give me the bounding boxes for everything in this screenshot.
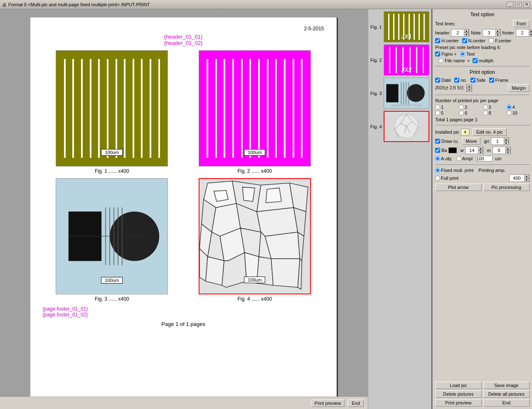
h-center-checkbox[interactable] — [435, 38, 440, 43]
ampl-radio[interactable] — [456, 156, 461, 161]
gri-down[interactable]: ▼ — [504, 141, 509, 145]
radio-3[interactable] — [483, 105, 488, 110]
thumbnail-3[interactable]: Fig. 3 Replace BMP Image — [370, 78, 429, 109]
color-swatch[interactable] — [448, 147, 457, 153]
ampl-radio-label[interactable]: Ampl — [456, 156, 473, 161]
gri-input[interactable] — [491, 138, 504, 144]
date-up[interactable]: ▲ — [467, 84, 472, 88]
w-spinbox[interactable]: ▲ ▼ — [465, 147, 483, 154]
frame-checkbox-label[interactable]: Frame — [489, 78, 509, 83]
delete-pictures-button[interactable]: Delete pictures — [435, 390, 482, 398]
radio-6-label[interactable]: 6 — [459, 110, 482, 115]
aobj-radio-label[interactable]: A.obj — [435, 156, 451, 161]
close-button[interactable]: ✕ — [523, 2, 530, 7]
load-pic-button[interactable]: Load pic — [435, 382, 482, 389]
figure-2-image[interactable]: 100um — [199, 50, 311, 167]
text-radio-label[interactable]: Text — [460, 51, 475, 56]
thumb-3-image[interactable]: Replace BMP Image — [384, 78, 429, 109]
no-checkbox[interactable] — [454, 78, 459, 83]
radio-4[interactable] — [507, 105, 512, 110]
aobj-radio[interactable] — [435, 156, 440, 161]
full-print-label[interactable]: Full print — [435, 176, 458, 181]
ampl-input[interactable] — [476, 156, 493, 162]
figure-4-image[interactable]: 100um — [199, 178, 311, 294]
radio-6[interactable] — [459, 110, 464, 115]
multiph-checkbox[interactable] — [473, 58, 478, 63]
delete-all-button[interactable]: Delete all pictures — [483, 390, 530, 398]
figure-1-image[interactable]: 100um — [56, 50, 168, 167]
printing-amp-spinbox[interactable]: ▲ ▼ — [509, 174, 530, 182]
radio-5[interactable] — [435, 110, 440, 115]
end-button[interactable]: End — [348, 399, 364, 407]
f-center-checkbox[interactable] — [489, 38, 494, 43]
radio-10-label[interactable]: 10 — [507, 110, 530, 115]
header-down[interactable]: ▼ — [464, 33, 469, 37]
no-checkbox-label[interactable]: no. — [454, 78, 467, 83]
pic-processing-button[interactable]: Pic processing — [483, 184, 530, 191]
amp-up[interactable]: ▲ — [524, 174, 529, 178]
header-up[interactable]: ▲ — [464, 29, 469, 33]
note-up[interactable]: ▲ — [495, 29, 500, 33]
draw-ru-checkbox[interactable] — [435, 139, 440, 144]
frame-checkbox[interactable] — [489, 78, 494, 83]
edit-pic-button[interactable]: Edit no. 4 pic — [473, 128, 507, 136]
w-up[interactable]: ▲ — [478, 147, 483, 150]
m-down[interactable]: ▼ — [505, 150, 510, 154]
fixed-mult-radio[interactable] — [435, 168, 440, 173]
radio-2-label[interactable]: 2 — [459, 105, 482, 110]
gri-up[interactable]: ▲ — [504, 137, 509, 141]
amp-down[interactable]: ▼ — [524, 178, 529, 182]
draw-ru-label[interactable]: Draw ru. — [435, 139, 459, 144]
ba-checkbox-label[interactable]: Ba — [435, 148, 447, 153]
maximize-button[interactable]: □ — [515, 2, 522, 7]
footer-down[interactable]: ▼ — [529, 33, 532, 37]
move-button[interactable]: Move — [462, 137, 481, 145]
footer-spinbox[interactable]: ▲ ▼ — [516, 29, 532, 37]
m-spinbox[interactable]: ▲ ▼ — [493, 147, 511, 154]
thumb-2-image[interactable]: JX2 — [384, 44, 429, 76]
w-down[interactable]: ▼ — [478, 150, 483, 154]
side-checkbox[interactable] — [470, 78, 475, 83]
margin-button[interactable]: Margin — [508, 84, 530, 92]
radio-3-label[interactable]: 3 — [483, 105, 506, 110]
radio-1[interactable] — [435, 105, 440, 110]
plot-arrow-button[interactable]: Plot arrow — [435, 184, 482, 191]
n-center-checkbox[interactable] — [462, 38, 467, 43]
side-checkbox-label[interactable]: Side — [470, 78, 486, 83]
gri-spinbox[interactable]: ▲ ▼ — [491, 137, 509, 145]
date-checkbox[interactable] — [435, 78, 440, 83]
radio-8[interactable] — [483, 110, 488, 115]
date-checkbox-label[interactable]: Date — [435, 78, 451, 83]
note-down[interactable]: ▼ — [495, 33, 500, 37]
note-input[interactable] — [483, 29, 495, 36]
printing-amp-input[interactable] — [510, 175, 524, 181]
thumb-4-image[interactable] — [384, 111, 429, 142]
radio-4-label[interactable]: 4 — [507, 105, 530, 110]
header-spinbox[interactable]: ▲ ▼ — [451, 29, 469, 37]
full-print-radio[interactable] — [435, 176, 440, 181]
multiph-label[interactable]: multiph — [473, 58, 493, 63]
print-preview-button-2[interactable]: Print preview — [435, 399, 482, 407]
thumbnail-2[interactable]: Fig. 2 JX2 — [370, 44, 429, 76]
radio-2[interactable] — [459, 105, 464, 110]
radio-1-label[interactable]: 1 — [435, 105, 458, 110]
thumb-1-image[interactable]: JX1 — [384, 11, 429, 42]
ba-checkbox[interactable] — [435, 148, 440, 153]
m-up[interactable]: ▲ — [505, 147, 510, 150]
print-preview-button[interactable]: Print preview — [311, 399, 345, 407]
end-button-2[interactable]: End — [483, 399, 530, 407]
radio-8-label[interactable]: 8 — [483, 110, 506, 115]
save-image-button[interactable]: Save image — [483, 382, 530, 389]
header-input[interactable] — [451, 29, 464, 36]
figno-checkbox-label[interactable]: Figno + — [435, 51, 457, 56]
minimize-button[interactable]: _ — [507, 2, 513, 7]
date-down[interactable]: ▼ — [467, 88, 472, 92]
f-center-label[interactable]: F.center — [489, 38, 511, 43]
radio-10[interactable] — [507, 110, 512, 115]
note-spinbox[interactable]: ▲ ▼ — [483, 29, 501, 37]
m-input[interactable] — [493, 147, 505, 154]
footer-up[interactable]: ▲ — [529, 29, 532, 33]
n-center-label[interactable]: N.center — [462, 38, 486, 43]
footer-input[interactable] — [516, 29, 529, 36]
date-spinbox[interactable]: ▲ ▼ — [466, 84, 472, 92]
